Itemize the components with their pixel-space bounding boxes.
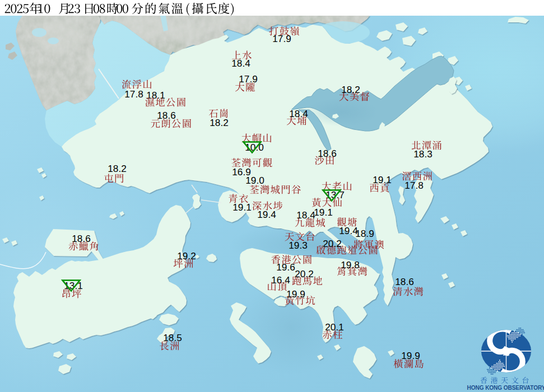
- svg-text:19.0: 19.0: [245, 175, 264, 186]
- svg-text:18.2: 18.2: [341, 84, 360, 95]
- svg-text:20.1: 20.1: [325, 321, 343, 333]
- svg-text:19.9: 19.9: [286, 288, 305, 300]
- svg-text:20.2: 20.2: [323, 238, 341, 249]
- svg-text:17.8: 17.8: [124, 88, 143, 100]
- svg-text:16.4: 16.4: [271, 274, 290, 286]
- svg-text:18.6: 18.6: [157, 110, 175, 121]
- svg-text:18.6: 18.6: [318, 148, 336, 159]
- svg-text:19.6: 19.6: [276, 262, 295, 273]
- svg-text:19.1: 19.1: [314, 207, 332, 218]
- svg-text:17.9: 17.9: [239, 73, 257, 85]
- svg-text:18.4: 18.4: [296, 209, 315, 221]
- svg-text:18.3: 18.3: [413, 148, 432, 160]
- svg-text:19.9: 19.9: [401, 350, 420, 361]
- svg-text:19.1: 19.1: [233, 202, 251, 213]
- svg-text:18.6: 18.6: [395, 276, 413, 287]
- svg-text:18.2: 18.2: [210, 117, 228, 128]
- svg-text:19.3: 19.3: [289, 240, 307, 251]
- svg-text:18.4: 18.4: [231, 58, 250, 69]
- svg-text:19.4: 19.4: [257, 209, 276, 220]
- svg-text:18.5: 18.5: [163, 332, 182, 343]
- svg-text:17.8: 17.8: [404, 180, 423, 191]
- svg-text:HONG KONG OBSERVATORY: HONG KONG OBSERVATORY: [467, 385, 544, 391]
- svg-text:18.4: 18.4: [289, 108, 308, 119]
- svg-text:18.2: 18.2: [108, 163, 126, 174]
- svg-text:18.9: 18.9: [355, 228, 374, 239]
- svg-text:17.9: 17.9: [272, 33, 291, 44]
- svg-text:19.8: 19.8: [341, 259, 359, 270]
- svg-text:18.6: 18.6: [72, 233, 90, 244]
- svg-text:18.1: 18.1: [146, 90, 165, 101]
- svg-text:19.1: 19.1: [373, 174, 391, 185]
- svg-text:20.2: 20.2: [295, 268, 313, 279]
- svg-text:19.2: 19.2: [177, 250, 196, 262]
